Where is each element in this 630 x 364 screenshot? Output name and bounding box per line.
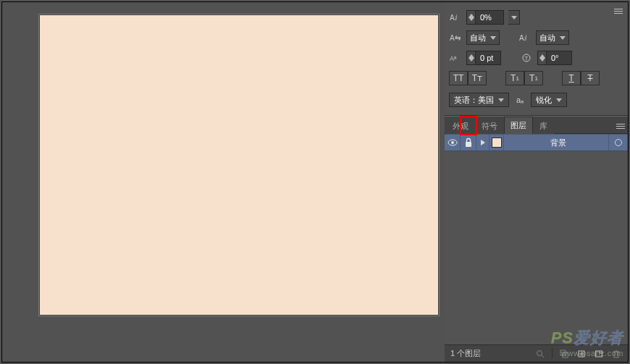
tracking-spinner[interactable]: 0% (466, 10, 504, 25)
svg-marker-3 (511, 16, 517, 20)
antialias-label: aₐ (516, 96, 524, 105)
kerning-icon: A⇆ (449, 31, 462, 44)
svg-marker-14 (539, 58, 545, 62)
panel-menu-icon[interactable] (612, 5, 625, 17)
smallcaps-button[interactable]: Tᴛ (468, 71, 487, 85)
baseline-shift-icon: Aª (449, 51, 462, 64)
make-clipping-mask-icon[interactable] (558, 348, 570, 360)
eye-icon (448, 139, 458, 146)
tab-appearance[interactable]: 外观 (446, 117, 475, 134)
svg-text:Aª: Aª (450, 55, 457, 62)
kerning-value: 自动 (470, 33, 486, 43)
layer-name[interactable]: 背景 (504, 135, 609, 151)
language-value: 英语：美国 (454, 95, 494, 106)
kern-metrics-icon: Aⅈ (518, 31, 532, 44)
layer-disclosure[interactable] (476, 135, 490, 151)
svg-rect-28 (596, 351, 602, 357)
layers-status-bar: 1 个图层 (445, 344, 628, 362)
char-rotate-value[interactable]: 0° (547, 54, 571, 62)
baseline-shift-value[interactable]: 0 pt (476, 54, 500, 62)
panel-tabs: 外观 符号 图层 库 (445, 117, 628, 134)
tracking-value[interactable]: 0% (476, 13, 503, 22)
tracking-icon: Aⅈ (449, 11, 462, 24)
svg-rect-19 (466, 142, 471, 147)
layer-thumbnail (490, 135, 504, 151)
svg-rect-29 (614, 352, 618, 357)
superscript-button[interactable]: T1 (505, 71, 524, 85)
strikethrough-button[interactable]: T (581, 71, 600, 85)
kern-metrics-dropdown[interactable]: 自动 (536, 30, 569, 45)
svg-marker-16 (556, 98, 562, 102)
panel-tab-menu-icon[interactable] (613, 119, 628, 133)
svg-marker-2 (469, 17, 474, 21)
underline-button[interactable]: T (562, 71, 581, 85)
delete-layer-icon[interactable] (610, 348, 622, 360)
svg-text:Aⅈ: Aⅈ (450, 14, 458, 22)
document-canvas[interactable] (38, 14, 440, 316)
antialias-value: 锐化 (536, 95, 552, 106)
kerning-dropdown[interactable]: 自动 (466, 30, 500, 45)
chevron-right-icon (481, 140, 485, 145)
svg-marker-5 (490, 36, 496, 40)
locate-object-icon[interactable] (534, 348, 546, 360)
new-sublayer-icon[interactable] (576, 348, 587, 360)
character-panel: Aⅈ 0% A⇆ 自动 Aⅈ (445, 2, 628, 116)
layer-list[interactable]: 背景 (445, 134, 628, 344)
subscript-button[interactable]: T1 (524, 71, 543, 85)
baseline-shift-spinner[interactable]: 0 pt (466, 51, 501, 65)
tracking-dropdown-icon[interactable] (508, 10, 520, 25)
svg-marker-10 (469, 58, 474, 62)
antialias-dropdown[interactable]: 锐化 (531, 93, 567, 107)
svg-marker-15 (498, 98, 504, 102)
svg-text:A⇆: A⇆ (450, 34, 461, 42)
svg-marker-20 (481, 140, 485, 145)
svg-point-18 (451, 141, 454, 144)
allcaps-button[interactable]: TT (449, 71, 468, 85)
language-dropdown[interactable]: 英语：美国 (449, 93, 509, 107)
layer-row[interactable]: 背景 (445, 134, 628, 151)
layers-panel: 外观 符号 图层 库 (445, 116, 628, 362)
svg-text:T: T (525, 55, 529, 62)
target-icon (615, 139, 622, 146)
lock-toggle[interactable] (461, 135, 476, 151)
tab-layers[interactable]: 图层 (504, 117, 533, 134)
svg-text:Aⅈ: Aⅈ (519, 34, 527, 42)
new-layer-icon[interactable] (593, 348, 605, 360)
svg-marker-7 (560, 36, 566, 40)
svg-point-21 (537, 350, 542, 355)
lock-icon (464, 137, 473, 148)
visibility-toggle[interactable] (445, 135, 461, 151)
tab-library[interactable]: 库 (533, 117, 554, 134)
char-rotate-icon: T (520, 51, 533, 64)
layer-target[interactable] (609, 135, 628, 151)
char-rotate-spinner[interactable]: 0° (537, 51, 572, 65)
svg-line-22 (542, 355, 544, 357)
kern-metrics-value: 自动 (539, 33, 555, 43)
tab-symbols[interactable]: 符号 (475, 117, 504, 134)
layer-count: 1 个图层 (450, 348, 481, 359)
